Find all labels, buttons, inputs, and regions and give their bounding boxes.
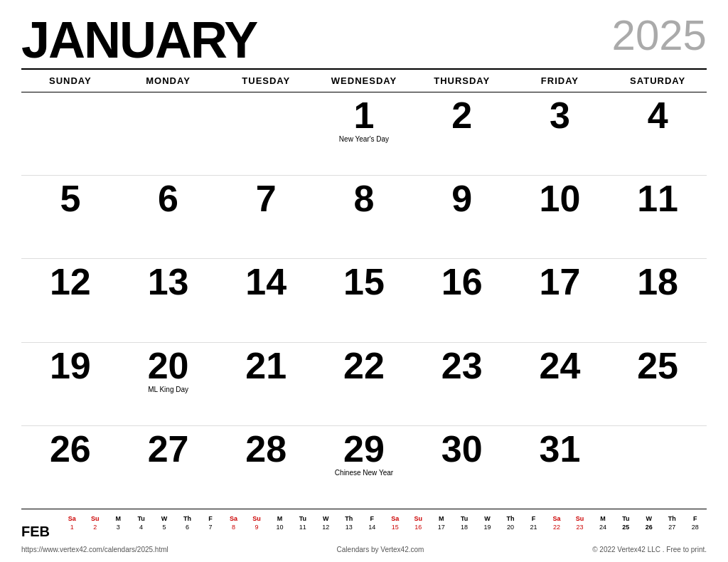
mini-col-header: W [153, 515, 176, 522]
mini-day: 21 [522, 524, 545, 531]
day-number: 9 [451, 180, 472, 217]
footer-row: https://www.vertex42.com/calendars/2025.… [21, 543, 707, 555]
header-row: JANUARY 2025 [21, 14, 707, 65]
mini-col-header: Tu [291, 515, 314, 522]
day-number: 2 [451, 97, 472, 134]
mini-col-header: M [429, 515, 452, 522]
day-number: 17 [540, 263, 581, 300]
day-number: 10 [540, 180, 581, 217]
day-number: 23 [441, 347, 483, 384]
mini-col-header: Sa [545, 515, 568, 522]
mini-col-header: W [314, 515, 337, 522]
day-number: 7 [256, 180, 277, 217]
mini-day: 15 [384, 524, 407, 531]
day-cell: 31 [511, 426, 609, 509]
day-cell: 16 [413, 259, 511, 341]
day-number: 11 [637, 180, 678, 217]
mini-col-header: W [476, 515, 498, 522]
day-number: 21 [245, 347, 287, 384]
mini-day: 6 [176, 524, 198, 531]
day-header-monday: MONDAY [119, 73, 218, 89]
day-cell: 18 [609, 259, 707, 341]
mini-col-header: Sa [60, 515, 83, 522]
mini-day: 5 [153, 524, 176, 531]
day-cell: 15 [315, 259, 413, 341]
mini-day: 3 [107, 524, 129, 531]
day-number: 29 [343, 430, 385, 467]
week-row-5: 26272829Chinese New Year30310 [21, 426, 707, 509]
mini-day: 17 [429, 524, 452, 531]
day-number: 16 [441, 263, 483, 300]
mini-day: 28 [684, 524, 707, 531]
day-cell: 14 [217, 259, 315, 341]
mini-col-header: F [684, 515, 707, 522]
footer-url: https://www.vertex42.com/calendars/2025.… [21, 546, 168, 553]
day-cell: 28 [217, 426, 315, 509]
mini-col-header: M [268, 515, 291, 522]
day-cell: 0 [217, 92, 315, 175]
day-header-tuesday: TUESDAY [217, 73, 315, 89]
mini-col-header: M [592, 515, 614, 522]
day-number: 30 [441, 430, 483, 467]
day-number: 24 [540, 347, 581, 384]
mini-col-header: Th [176, 515, 198, 522]
day-cell: 24 [511, 343, 609, 425]
mini-col-header: M [107, 515, 129, 522]
day-cell: 23 [413, 343, 511, 425]
mini-day: 2 [83, 524, 106, 531]
day-cell: 12 [21, 259, 119, 341]
mini-day: 8 [222, 524, 245, 531]
day-cell: 1New Year's Day [315, 92, 413, 175]
day-cell: 30 [413, 426, 511, 509]
mini-day: 14 [360, 524, 383, 531]
calendar-grid: SUNDAYMONDAYTUESDAYWEDNESDAYTHURSDAYFRID… [21, 68, 707, 509]
mini-day: 11 [291, 524, 314, 531]
mini-day: 27 [660, 524, 683, 531]
mini-col-header: Sa [384, 515, 407, 522]
mini-day: 22 [545, 524, 568, 531]
mini-col-header: F [522, 515, 545, 522]
day-number: 28 [245, 430, 287, 467]
day-header-friday: FRIDAY [511, 73, 609, 89]
mini-col-header: Tu [453, 515, 476, 522]
holiday-label: Chinese New Year [335, 469, 393, 477]
day-cell: 29Chinese New Year [315, 426, 413, 509]
day-cell: 9 [413, 176, 511, 258]
day-cell: 20ML King Day [119, 343, 218, 425]
day-number: 27 [148, 430, 189, 467]
day-header-saturday: SATURDAY [609, 73, 707, 89]
mini-day: 12 [314, 524, 337, 531]
day-cell: 5 [21, 176, 119, 258]
day-cell: 11 [609, 176, 707, 258]
day-cell: 27 [119, 426, 218, 509]
mini-day: 9 [245, 524, 268, 531]
mini-days: 1234567891011121314151617181920212223242… [60, 524, 707, 531]
day-number: 19 [50, 347, 91, 384]
day-number: 12 [50, 263, 91, 300]
day-header-sunday: SUNDAY [21, 73, 119, 89]
day-cell: 8 [315, 176, 413, 258]
mini-day: 26 [638, 524, 660, 531]
mini-col-header: Su [568, 515, 591, 522]
footer-right: © 2022 Vertex42 LLC . Free to print. [592, 546, 707, 553]
day-cell: 4 [609, 92, 707, 175]
mini-day: 16 [407, 524, 429, 531]
day-number: 8 [354, 180, 375, 217]
day-cell: 25 [609, 343, 707, 425]
month-title: JANUARY [21, 14, 257, 65]
mini-day: 19 [476, 524, 498, 531]
mini-col-header: F [199, 515, 222, 522]
day-header-thursday: THURSDAY [413, 73, 511, 89]
day-cell: 13 [119, 259, 218, 341]
day-cell: 2 [413, 92, 511, 175]
day-cell: 10 [511, 176, 609, 258]
day-number: 20 [148, 347, 189, 384]
day-number: 25 [637, 347, 678, 384]
mini-col-header: Su [83, 515, 106, 522]
day-cell: 6 [119, 176, 218, 258]
day-cell: 7 [217, 176, 315, 258]
mini-day: 1 [60, 524, 83, 531]
mini-headers: SaSuMTuWThFSaSuMTuWThFSaSuMTuWThFSaSuMTu… [60, 515, 707, 522]
mini-col-header: Su [245, 515, 268, 522]
day-number: 4 [648, 97, 668, 134]
